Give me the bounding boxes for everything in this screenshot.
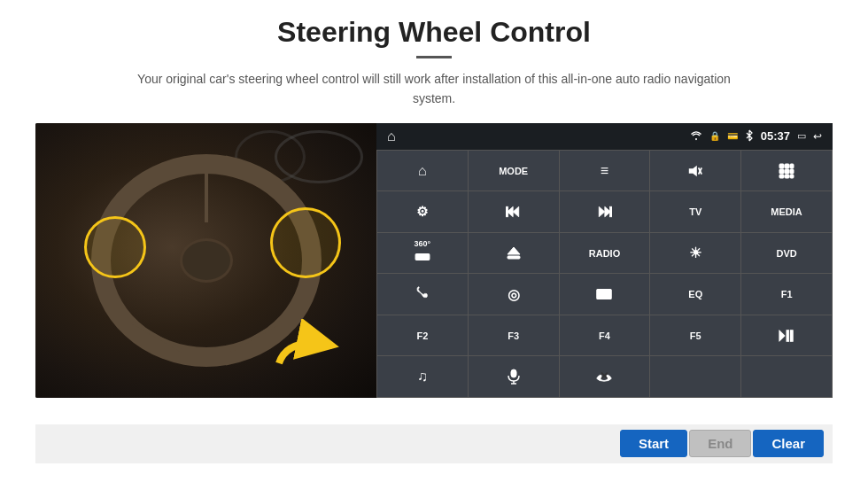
svg-rect-15: [506, 206, 508, 216]
svg-rect-28: [787, 330, 789, 341]
svg-rect-5: [785, 164, 789, 168]
btn-globe[interactable]: ◎: [469, 274, 559, 315]
svg-rect-10: [779, 175, 784, 178]
svg-rect-9: [790, 169, 794, 174]
btn-mic[interactable]: [469, 356, 559, 397]
btn-radio[interactable]: RADIO: [560, 233, 650, 274]
btn-360[interactable]: 360°: [377, 233, 468, 274]
svg-rect-11: [785, 175, 789, 178]
svg-marker-22: [508, 247, 520, 254]
btn-f4[interactable]: F4: [560, 315, 650, 356]
btn-phone[interactable]: [377, 274, 468, 315]
sw-center: [180, 238, 233, 283]
btn-f5[interactable]: F5: [650, 315, 740, 356]
svg-rect-8: [785, 169, 789, 174]
btn-home[interactable]: [377, 151, 468, 191]
screen-icon: ▭: [797, 130, 806, 142]
btn-mute[interactable]: [650, 151, 740, 191]
clear-button[interactable]: Clear: [753, 430, 824, 457]
svg-marker-1: [689, 165, 697, 176]
time-display: 05:37: [761, 129, 790, 143]
home-status-icon: ⌂: [387, 128, 396, 144]
card-icon: 💳: [727, 131, 738, 141]
btn-settings[interactable]: ⚙: [377, 191, 468, 232]
content-row: ⌂ 🔒 💳 05:37 ▭ ↩: [35, 123, 833, 424]
button-grid: MODE ≡: [376, 150, 833, 398]
svg-rect-7: [779, 169, 784, 174]
svg-rect-6: [790, 164, 794, 168]
bottom-buttons: Start End Clear: [35, 424, 833, 463]
svg-rect-12: [790, 175, 794, 178]
btn-list[interactable]: ≡: [560, 151, 650, 191]
svg-marker-16: [600, 206, 606, 216]
steering-wheel-image: [35, 123, 376, 398]
page-title: Steering Wheel Control: [277, 16, 591, 49]
page-container: Steering Wheel Control Your original car…: [0, 0, 868, 482]
btn-brightness[interactable]: ☀: [650, 233, 740, 274]
btn-f2[interactable]: F2: [377, 315, 468, 356]
status-left: ⌂: [387, 128, 396, 144]
btn-rect[interactable]: [560, 274, 650, 315]
btn-tv[interactable]: TV: [650, 191, 740, 232]
btn-eject[interactable]: [469, 233, 559, 274]
btn-f3[interactable]: F3: [469, 315, 559, 356]
page-subtitle: Your original car's steering wheel contr…: [133, 69, 735, 109]
end-button[interactable]: End: [689, 430, 751, 457]
btn-empty2: [741, 356, 832, 397]
btn-playpause[interactable]: [741, 315, 832, 356]
status-right: 🔒 💳 05:37 ▭ ↩: [690, 129, 822, 144]
title-divider: [416, 56, 452, 58]
status-bar: ⌂ 🔒 💳 05:37 ▭ ↩: [376, 123, 833, 150]
start-button[interactable]: Start: [620, 430, 687, 457]
btn-media[interactable]: MEDIA: [741, 191, 832, 232]
control-panel: ⌂ 🔒 💳 05:37 ▭ ↩: [376, 123, 833, 398]
steering-bg: [35, 123, 376, 398]
btn-apps[interactable]: [741, 151, 832, 191]
lock-icon: 🔒: [709, 131, 720, 141]
btn-eq[interactable]: EQ: [650, 274, 740, 315]
yellow-arrow: [270, 319, 350, 376]
btn-music[interactable]: ♫: [377, 356, 468, 397]
btn-f1[interactable]: F1: [741, 274, 832, 315]
btn-dvd[interactable]: DVD: [741, 233, 832, 274]
btn-next[interactable]: [560, 191, 650, 232]
btn-empty1: [650, 356, 740, 397]
btn-callend[interactable]: [560, 356, 650, 397]
highlight-left: [84, 216, 146, 278]
btn-mode[interactable]: MODE: [469, 151, 559, 191]
svg-marker-13: [513, 206, 519, 216]
svg-rect-4: [779, 164, 784, 168]
svg-rect-23: [508, 256, 520, 259]
svg-rect-29: [791, 330, 794, 341]
back-icon: ↩: [813, 130, 822, 143]
btn-prev[interactable]: [469, 191, 559, 232]
highlight-right: [270, 207, 341, 278]
svg-rect-30: [511, 369, 516, 377]
svg-marker-27: [779, 330, 785, 341]
svg-rect-18: [610, 206, 612, 216]
wifi-icon: [690, 130, 702, 143]
bt-icon: [745, 129, 754, 144]
